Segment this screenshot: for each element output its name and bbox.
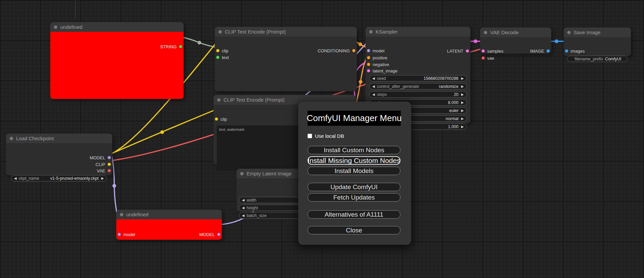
node-undefined-1[interactable]: undefined STRING — [50, 22, 184, 99]
fetch-updates-button[interactable]: Fetch Updates — [308, 193, 400, 202]
increment-arrow-icon[interactable]: ▶ — [101, 177, 104, 180]
node-undefined-2[interactable]: undefined model MODEL — [116, 210, 222, 240]
port-dot-icon[interactable] — [367, 63, 370, 66]
reroute-dot-image[interactable] — [555, 40, 559, 43]
port-label: model — [373, 48, 384, 53]
node-vae-decode[interactable]: VAE Decode samples vae IMAGE — [480, 27, 551, 54]
port-dot-icon[interactable] — [546, 49, 550, 53]
output-port-clip[interactable]: CLIP — [95, 161, 111, 168]
port-label: LATENT — [447, 49, 463, 54]
node-title-bar[interactable]: VAE Decode — [480, 27, 551, 37]
node-title-bar[interactable]: undefined — [116, 210, 222, 219]
reroute-dot-clip[interactable] — [160, 130, 164, 134]
reroute-dot-model[interactable] — [113, 184, 116, 188]
install-missing-custom-nodes-button[interactable]: Install Missing Custom Nodes — [308, 156, 400, 165]
use-local-db-row[interactable]: Use local DB — [308, 133, 344, 139]
input-port-images[interactable]: images — [565, 48, 585, 54]
node-graph-canvas[interactable]: { "dialog": { "title": "ComfyUI Manager … — [0, 0, 644, 278]
increment-arrow-icon[interactable]: ▶ — [461, 117, 464, 120]
output-port-conditioning[interactable]: CONDITIONING — [318, 47, 356, 54]
update-comfyui-button[interactable]: Update ComfyUI — [308, 183, 400, 191]
node-clip-text-encode-1[interactable]: CLIP Text Encode (Prompt) clip text COND… — [215, 27, 357, 91]
reroute-dot-string[interactable] — [198, 41, 201, 45]
port-dot-icon[interactable] — [367, 56, 370, 59]
port-dot-icon[interactable] — [108, 169, 111, 172]
increment-arrow-icon[interactable]: ▶ — [461, 85, 464, 88]
collapse-dot-icon[interactable] — [120, 213, 123, 216]
collapse-dot-icon[interactable] — [567, 31, 571, 34]
node-title-bar[interactable]: KSampler — [366, 27, 470, 37]
alternatives-of-a1111-button[interactable]: Alternatives of A1111 — [308, 210, 400, 219]
collapse-dot-icon[interactable] — [218, 30, 222, 34]
output-port-vae[interactable]: VAE — [97, 167, 111, 174]
node-title-bar[interactable]: CLIP Text Encode (Prompt) — [215, 27, 357, 37]
input-port-vae[interactable]: vae — [481, 55, 494, 61]
port-dot-icon[interactable] — [217, 233, 220, 236]
increment-arrow-icon[interactable]: ▶ — [461, 101, 464, 104]
collapse-dot-icon[interactable] — [10, 137, 13, 140]
use-local-db-checkbox[interactable] — [308, 134, 312, 138]
widget-seed[interactable]: ◀ seed 156680208700286 ▶ — [369, 75, 467, 81]
input-port-latent-image[interactable]: latent_image — [367, 67, 397, 74]
output-port-latent[interactable]: LATENT — [447, 48, 469, 54]
port-dot-icon[interactable] — [216, 56, 219, 59]
output-port-string[interactable]: STRING — [160, 43, 182, 50]
input-port-text[interactable]: text — [216, 54, 229, 61]
node-title-bar[interactable]: Save Image — [564, 27, 631, 37]
port-dot-icon[interactable] — [565, 49, 568, 53]
increment-arrow-icon[interactable]: ▶ — [461, 93, 464, 96]
output-port-model[interactable]: MODEL — [90, 154, 111, 161]
widget-steps[interactable]: ◀ steps 20 ▶ — [369, 91, 467, 98]
close-button[interactable]: Close — [308, 226, 400, 234]
node-save-image[interactable]: Save Image images filename_prefix ComfyU… — [564, 27, 631, 56]
decrement-arrow-icon[interactable]: ◀ — [242, 199, 245, 202]
reroute-dot-latent[interactable] — [474, 40, 477, 43]
reroute-dot-negative[interactable] — [359, 80, 363, 84]
widget-control-after-generate[interactable]: ◀ control_after_generate randomize ▶ — [369, 83, 467, 90]
input-port-positive[interactable]: positive — [367, 54, 387, 61]
increment-arrow-icon[interactable]: ▶ — [461, 109, 464, 112]
decrement-arrow-icon[interactable]: ◀ — [372, 93, 375, 96]
input-port-model[interactable]: model — [118, 231, 135, 238]
install-models-button[interactable]: Install Models — [308, 167, 400, 175]
port-dot-icon[interactable] — [118, 233, 121, 236]
collapse-dot-icon[interactable] — [484, 31, 487, 34]
input-port-clip[interactable]: clip — [216, 47, 229, 54]
increment-arrow-icon[interactable]: ▶ — [461, 77, 464, 80]
increment-arrow-icon[interactable]: ▶ — [461, 125, 464, 128]
port-dot-icon[interactable] — [108, 163, 111, 166]
port-dot-icon[interactable] — [481, 56, 485, 60]
reroute-dot-positive[interactable] — [359, 43, 362, 46]
port-dot-icon[interactable] — [179, 45, 182, 48]
node-title: Empty Latent Image — [247, 171, 292, 176]
port-dot-icon[interactable] — [466, 49, 469, 53]
install-custom-nodes-button[interactable]: Install Custom Nodes — [308, 146, 400, 154]
input-port-negative[interactable]: negative — [367, 61, 389, 68]
output-port-model[interactable]: MODEL — [199, 231, 220, 238]
port-dot-icon[interactable] — [367, 49, 370, 52]
port-dot-icon[interactable] — [216, 49, 219, 52]
node-title-bar[interactable]: undefined — [50, 22, 184, 32]
port-dot-icon[interactable] — [215, 117, 218, 121]
port-dot-icon[interactable] — [367, 69, 370, 72]
node-title-bar[interactable]: Load Checkpoint — [6, 133, 112, 143]
decrement-arrow-icon[interactable]: ◀ — [372, 85, 375, 88]
port-dot-icon[interactable] — [481, 49, 485, 53]
decrement-arrow-icon[interactable]: ◀ — [242, 206, 245, 210]
widget-ckpt-name[interactable]: ◀ ckpt_name v1-5-pruned-emaonly.ckpt ▶ — [11, 175, 107, 181]
input-port-samples[interactable]: samples — [481, 48, 503, 54]
input-port-clip[interactable]: clip — [215, 116, 227, 122]
collapse-dot-icon[interactable] — [369, 30, 373, 34]
port-dot-icon[interactable] — [108, 156, 111, 159]
port-dot-icon[interactable] — [352, 49, 356, 52]
collapse-dot-icon[interactable] — [240, 172, 244, 175]
input-port-model[interactable]: model — [367, 47, 384, 54]
decrement-arrow-icon[interactable]: ◀ — [14, 177, 17, 180]
decrement-arrow-icon[interactable]: ◀ — [372, 77, 375, 80]
collapse-dot-icon[interactable] — [54, 25, 57, 29]
node-load-checkpoint[interactable]: Load Checkpoint MODEL CLIP VAE ◀ ckpt_na… — [6, 133, 112, 175]
collapse-dot-icon[interactable] — [217, 98, 220, 102]
decrement-arrow-icon[interactable]: ◀ — [242, 214, 245, 217]
widget-filename-prefix[interactable]: filename_prefix ComfyUI — [567, 56, 628, 62]
output-port-image[interactable]: IMAGE — [530, 48, 550, 54]
